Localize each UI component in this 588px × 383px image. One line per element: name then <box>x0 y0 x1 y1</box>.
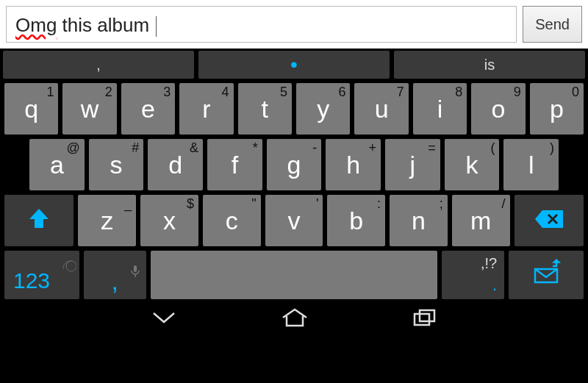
key-g[interactable]: -g <box>267 139 322 190</box>
svg-rect-5 <box>420 310 434 321</box>
key-k[interactable]: (k <box>445 139 500 190</box>
suggestion-bar: , • is <box>0 49 588 81</box>
key-q[interactable]: 1q <box>4 83 58 135</box>
dot-icon: • <box>290 61 298 68</box>
nav-recents-icon[interactable] <box>412 308 437 330</box>
enter-send-key[interactable] <box>509 251 584 299</box>
key-e[interactable]: 3e <box>121 83 175 135</box>
key-z[interactable]: _z <box>78 195 136 246</box>
suggestion-mid[interactable]: • <box>198 51 390 79</box>
input-text-rest: this album <box>57 14 154 36</box>
key-b[interactable]: :b <box>327 195 385 246</box>
key-v[interactable]: 'v <box>265 195 323 246</box>
key-c[interactable]: "c <box>203 195 261 246</box>
key-l[interactable]: )l <box>503 139 559 190</box>
comma-key[interactable]: , <box>84 251 146 299</box>
send-button[interactable]: Send <box>523 6 582 43</box>
key-r[interactable]: 4r <box>179 83 233 135</box>
key-s[interactable]: #s <box>89 139 144 190</box>
key-p[interactable]: 0p <box>530 83 584 135</box>
suggestion-right[interactable]: is <box>394 51 585 79</box>
nav-back-icon[interactable] <box>151 309 177 329</box>
swiftkey-logo-icon <box>60 254 76 282</box>
key-w[interactable]: 2w <box>62 83 116 135</box>
key-n[interactable]: ;n <box>390 195 448 246</box>
key-row-1: 1q 2w 3e 4r 5t 6y 7u 8i 9o 0p <box>0 81 588 137</box>
key-i[interactable]: 8i <box>413 83 467 135</box>
keyboard: , • is 1q 2w 3e 4r 5t 6y 7u 8i 9o 0p @a … <box>0 49 588 301</box>
key-row-2: @a #s &d *f -g +h =j (k )l <box>0 137 588 193</box>
message-input[interactable]: Omg this album <box>6 6 517 43</box>
text-caret <box>156 16 157 37</box>
space-key[interactable] <box>151 251 437 299</box>
suggestion-left[interactable]: , <box>3 51 194 79</box>
key-row-4: 123 , ,!? . <box>0 248 588 301</box>
svg-rect-1 <box>134 265 137 272</box>
key-m[interactable]: /m <box>452 195 510 246</box>
shift-key[interactable] <box>4 195 74 246</box>
spellcheck-word: Omg <box>15 14 57 36</box>
key-row-3: _z $x "c 'v :b ;n /m <box>0 193 588 248</box>
backspace-key[interactable] <box>514 195 584 246</box>
key-y[interactable]: 6y <box>296 83 350 135</box>
nav-home-icon[interactable] <box>280 307 309 331</box>
compose-bar: Omg this album Send <box>0 0 588 49</box>
android-nav-bar <box>0 301 588 337</box>
period-punct-key[interactable]: ,!? . <box>442 251 504 299</box>
backspace-icon <box>534 207 564 235</box>
svg-rect-4 <box>415 314 429 325</box>
key-d[interactable]: &d <box>148 139 203 190</box>
key-j[interactable]: =j <box>385 139 440 190</box>
key-a[interactable]: @a <box>29 139 85 190</box>
send-message-icon <box>531 257 562 293</box>
shift-arrow-icon <box>26 207 51 235</box>
key-h[interactable]: +h <box>326 139 381 190</box>
mic-icon <box>130 255 140 284</box>
key-o[interactable]: 9o <box>471 83 525 135</box>
numbers-key[interactable]: 123 <box>4 251 79 299</box>
key-u[interactable]: 7u <box>354 83 408 135</box>
key-t[interactable]: 5t <box>238 83 292 135</box>
key-f[interactable]: *f <box>207 139 262 190</box>
key-x[interactable]: $x <box>140 195 198 246</box>
